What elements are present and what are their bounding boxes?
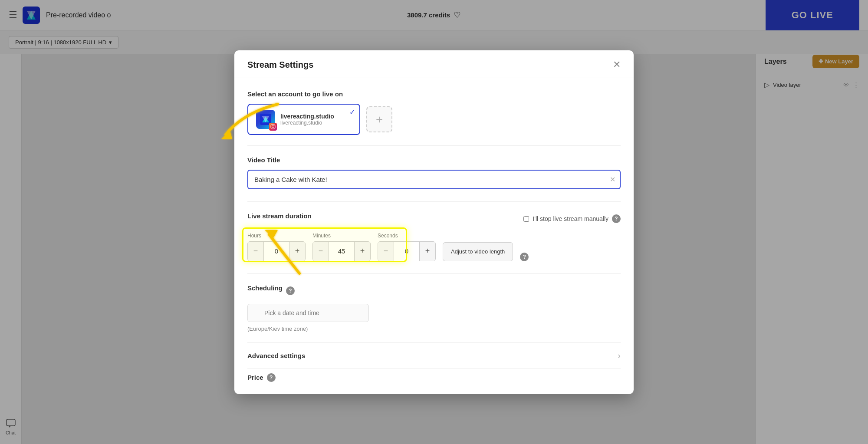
- divider-1: [247, 145, 621, 146]
- divider-3: [247, 273, 621, 274]
- hours-input[interactable]: [263, 242, 289, 261]
- seconds-increment-button[interactable]: +: [420, 242, 435, 261]
- manual-stop-label: I'll stop live stream manually: [533, 215, 608, 222]
- hours-stepper: − +: [247, 241, 306, 261]
- scheduling-section: Scheduling ? ⏰ (Europe/Kiev time zone): [247, 284, 621, 332]
- account-card[interactable]: livereacting.studio livereacting.studio …: [247, 104, 360, 135]
- account-info: livereacting.studio livereacting.studio: [280, 113, 334, 126]
- video-title-section: Video Title ✕: [247, 156, 621, 189]
- instagram-badge: [269, 123, 277, 131]
- stream-settings-dialog: Stream Settings ✕ Select an account to g…: [234, 50, 634, 394]
- account-name: livereacting.studio: [280, 113, 334, 120]
- svg-rect-8: [271, 125, 275, 129]
- svg-point-9: [272, 125, 274, 128]
- manual-stop-checkbox[interactable]: [523, 216, 529, 222]
- video-title-input[interactable]: [247, 170, 621, 189]
- adjust-to-video-length-button[interactable]: Adjust to video length: [443, 242, 513, 261]
- minutes-label: Minutes: [312, 233, 371, 239]
- minutes-group: Minutes − +: [312, 233, 371, 261]
- advanced-settings-row[interactable]: Advanced settings ›: [247, 342, 621, 368]
- scheduling-header: Scheduling ?: [247, 284, 621, 298]
- duration-section: Live stream duration I'll stop live stre…: [247, 212, 621, 261]
- price-row: Price ?: [247, 368, 621, 382]
- duration-section-label: Live stream duration: [247, 212, 312, 220]
- seconds-group: Seconds − +: [378, 233, 436, 261]
- advanced-settings-label: Advanced settings: [247, 352, 305, 359]
- scheduling-label: Scheduling: [247, 284, 283, 292]
- divider-2: [247, 201, 621, 202]
- add-account-button[interactable]: ＋: [366, 106, 392, 132]
- hours-increment-button[interactable]: +: [289, 242, 305, 261]
- minutes-input[interactable]: [329, 242, 355, 261]
- seconds-input[interactable]: [394, 242, 420, 261]
- timezone-note: (Europe/Kiev time zone): [247, 326, 621, 332]
- seconds-stepper: − +: [378, 241, 436, 261]
- seconds-label: Seconds: [378, 233, 436, 239]
- manual-stop-help-icon[interactable]: ?: [612, 214, 621, 223]
- account-row: livereacting.studio livereacting.studio …: [247, 104, 621, 135]
- video-title-label: Video Title: [247, 156, 621, 164]
- scheduling-help-icon[interactable]: ?: [286, 286, 295, 295]
- account-check-icon: ✓: [349, 108, 355, 116]
- svg-point-10: [274, 125, 275, 126]
- price-label: Price: [247, 374, 263, 381]
- date-time-input[interactable]: [247, 304, 369, 322]
- dialog-title: Stream Settings: [247, 60, 313, 70]
- close-button[interactable]: ✕: [613, 60, 621, 69]
- hours-group: Hours − +: [247, 233, 306, 261]
- hours-label: Hours: [247, 233, 306, 239]
- dialog-body: Select an account to go live on: [234, 78, 634, 394]
- duration-controls: Hours − + Minutes − +: [247, 233, 621, 261]
- account-handle: livereacting.studio: [280, 120, 334, 126]
- select-account-label: Select an account to go live on: [247, 90, 621, 98]
- hours-decrement-button[interactable]: −: [248, 242, 263, 261]
- chevron-right-icon: ›: [618, 351, 621, 361]
- duration-header: Live stream duration I'll stop live stre…: [247, 212, 621, 226]
- price-help-icon[interactable]: ?: [267, 373, 276, 382]
- minutes-decrement-button[interactable]: −: [313, 242, 329, 261]
- manual-stop-row: I'll stop live stream manually ?: [523, 214, 621, 223]
- dialog-header: Stream Settings ✕: [234, 50, 634, 78]
- minutes-increment-button[interactable]: +: [355, 242, 370, 261]
- input-clear-icon[interactable]: ✕: [610, 175, 615, 184]
- duration-help-icon[interactable]: ?: [520, 253, 529, 261]
- seconds-decrement-button[interactable]: −: [378, 242, 394, 261]
- account-logo: [256, 110, 275, 129]
- minutes-stepper: − +: [312, 241, 371, 261]
- input-wrapper: ✕: [247, 170, 621, 189]
- date-input-wrapper: ⏰: [247, 304, 369, 322]
